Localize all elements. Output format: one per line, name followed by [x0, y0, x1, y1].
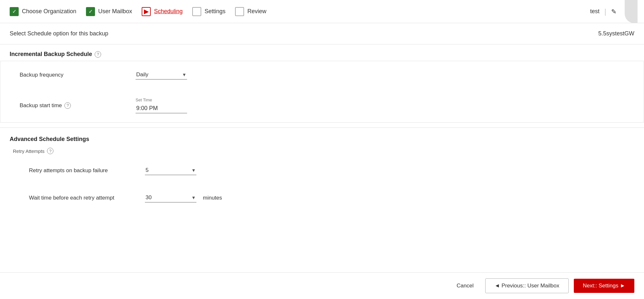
incremental-form-card: Backup frequency Daily ▼ Backup start ti… — [0, 61, 644, 123]
step-icon-user-mailbox: ✓ — [86, 7, 95, 16]
info-bar: Select Schedule option for this backup 5… — [0, 23, 644, 44]
wizard-step-review[interactable]: Review — [232, 7, 273, 16]
cancel-button[interactable]: Cancel — [450, 279, 480, 292]
step-label-settings: Settings — [204, 8, 225, 15]
step-label-review: Review — [247, 8, 266, 15]
backup-frequency-dropdown[interactable]: Daily ▼ — [136, 70, 187, 79]
section-divider — [0, 127, 644, 128]
backup-frequency-arrow: ▼ — [182, 72, 186, 77]
wait-time-row: Wait time before each retry attempt 30 ▼… — [10, 184, 634, 211]
header-divider: | — [604, 7, 606, 16]
wait-time-arrow: ▼ — [191, 195, 196, 200]
step-label-user-mailbox: User Mailbox — [98, 8, 132, 15]
backup-start-time-help-icon[interactable]: ? — [64, 102, 71, 109]
backup-start-time-control: Set Time — [136, 98, 187, 113]
advanced-section-title: Advanced Schedule Settings — [10, 136, 634, 143]
wizard-step-user-mailbox[interactable]: ✓ User Mailbox — [83, 7, 138, 16]
advanced-section: Advanced Schedule Settings Retry Attempt… — [0, 129, 644, 218]
header-edit-icon[interactable]: ✎ — [611, 8, 617, 15]
step-icon-review — [235, 7, 244, 16]
incremental-section-title: Incremental Backup Schedule ? — [10, 51, 634, 58]
backup-frequency-label: Backup frequency — [20, 72, 129, 78]
retry-label-row: Retry Attempts ? — [10, 148, 634, 154]
wizard-step-scheduling[interactable]: ▶ Scheduling — [138, 7, 189, 16]
step-icon-choose-org: ✓ — [10, 7, 19, 16]
wizard-steps: ✓ Choose Organization ✓ User Mailbox ▶ S… — [6, 7, 590, 16]
incremental-help-icon[interactable]: ? — [95, 51, 101, 58]
incremental-section: Incremental Backup Schedule ? — [0, 44, 644, 61]
wizard-header: ✓ Choose Organization ✓ User Mailbox ▶ S… — [0, 0, 644, 23]
retry-on-failure-row: Retry attempts on backup failure 5 ▼ — [10, 157, 634, 184]
backup-start-time-label: Backup start time ? — [20, 102, 129, 109]
retry-on-failure-label: Retry attempts on backup failure — [29, 167, 138, 174]
retry-attempts-label: Retry Attempts — [13, 148, 44, 154]
wait-time-label: Wait time before each retry attempt — [29, 195, 138, 201]
header-corner — [625, 0, 638, 23]
step-icon-scheduling: ▶ — [142, 7, 151, 16]
retry-on-failure-dropdown[interactable]: 5 ▼ — [145, 166, 196, 175]
step-label-choose-org: Choose Organization — [22, 8, 76, 15]
step-label-scheduling: Scheduling — [154, 8, 183, 15]
backup-start-time-input[interactable] — [136, 104, 187, 113]
header-username: test — [590, 8, 600, 15]
info-bar-value: 5.5systestGW — [598, 30, 634, 37]
backup-start-time-row: Backup start time ? Set Time — [0, 89, 644, 122]
wizard-step-choose-org[interactable]: ✓ Choose Organization — [6, 7, 83, 16]
step-icon-settings — [192, 7, 201, 16]
retry-on-failure-arrow: ▼ — [191, 168, 196, 173]
wizard-step-settings[interactable]: Settings — [189, 7, 232, 16]
wait-time-control: 30 ▼ minutes — [145, 193, 222, 202]
previous-button[interactable]: ◄ Previous:: User Mailbox — [485, 278, 569, 293]
backup-frequency-row: Backup frequency Daily ▼ — [0, 61, 644, 89]
footer: Cancel ◄ Previous:: User Mailbox Next:: … — [0, 272, 644, 299]
retry-on-failure-control: 5 ▼ — [145, 166, 196, 175]
main-content: Select Schedule option for this backup 5… — [0, 23, 644, 299]
next-button[interactable]: Next:: Settings ► — [574, 279, 634, 293]
header-right: test | ✎ — [590, 0, 638, 23]
backup-frequency-control: Daily ▼ — [136, 70, 187, 79]
retry-help-icon[interactable]: ? — [47, 148, 53, 154]
wait-time-dropdown[interactable]: 30 ▼ — [145, 193, 196, 202]
minutes-label: minutes — [203, 195, 222, 201]
info-bar-title: Select Schedule option for this backup — [10, 30, 108, 37]
set-time-label: Set Time — [136, 98, 187, 102]
